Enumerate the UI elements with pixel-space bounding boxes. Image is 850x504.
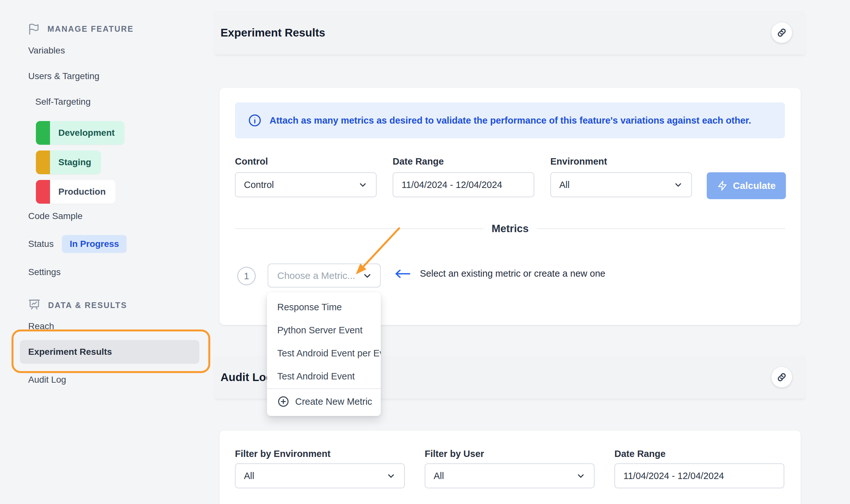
manage-feature-section-header: MANAGE FEATURE	[28, 22, 134, 35]
flag-icon	[28, 22, 40, 35]
control-select[interactable]: Control	[235, 172, 377, 197]
metrics-section-divider: Metrics	[235, 222, 785, 235]
experiment-setup-card: Attach as many metrics as desired to val…	[220, 88, 801, 325]
filter-environment-select[interactable]: All	[235, 463, 405, 488]
choose-metric-placeholder: Choose a Metric...	[268, 270, 355, 281]
choose-metric-select[interactable]: Choose a Metric...	[267, 264, 381, 288]
calculate-button[interactable]: Calculate	[707, 172, 786, 199]
environment-color-bar	[36, 150, 50, 174]
environment-select[interactable]: All	[550, 172, 692, 197]
environment-badge-development[interactable]: Development	[36, 121, 124, 145]
environment-color-bar	[36, 180, 50, 204]
status-badge: In Progress	[62, 235, 127, 253]
experiment-results-label: Experiment Results	[20, 347, 112, 357]
sidebar-item-experiment-results[interactable]: Experiment Results	[20, 340, 200, 364]
sidebar-item-audit-log[interactable]: Audit Log	[28, 375, 66, 385]
environment-color-bar	[36, 121, 50, 145]
environment-label: Environment	[550, 156, 607, 167]
status-label[interactable]: Status	[28, 239, 53, 249]
date-range-value: 11/04/2024 - 12/04/2024	[393, 180, 502, 190]
environment-badge-label: Staging	[50, 157, 101, 167]
link-icon	[776, 27, 787, 38]
info-banner: Attach as many metrics as desired to val…	[235, 103, 785, 138]
filter-environment-label: Filter by Environment	[235, 449, 330, 459]
data-results-section-header: DATA & RESULTS	[28, 299, 127, 312]
page-title: Experiment Results	[221, 26, 325, 39]
sidebar-item-reach[interactable]: Reach	[28, 321, 54, 331]
create-new-metric-label: Create New Metric	[295, 396, 372, 407]
lightning-icon	[717, 180, 728, 191]
metric-row-number: 1	[237, 267, 256, 285]
filter-user-value: All	[425, 471, 444, 481]
experiment-results-header-band: Experiment Results	[214, 11, 805, 54]
metric-option-test-android-event[interactable]: Test Android Event	[267, 365, 381, 388]
info-banner-text: Attach as many metrics as desired to val…	[270, 115, 751, 126]
filter-user-select[interactable]: All	[425, 463, 594, 488]
audit-log-title: Audit Log	[221, 371, 273, 383]
audit-log-filters-card: Filter by Environment All Filter by User…	[220, 431, 801, 504]
sidebar-item-users-targeting[interactable]: Users & Targeting	[28, 71, 99, 81]
chevron-down-icon	[362, 271, 372, 281]
sidebar-item-code-sample[interactable]: Code Sample	[28, 211, 83, 221]
control-select-value: Control	[236, 180, 274, 190]
audit-date-range-input[interactable]: 11/04/2024 - 12/04/2024	[614, 463, 784, 488]
feature-sidebar: MANAGE FEATURE Variables Users & Targeti…	[0, 0, 214, 504]
link-icon	[776, 372, 787, 383]
control-label: Control	[235, 156, 268, 167]
metric-option-python-server-event[interactable]: Python Server Event	[267, 319, 381, 342]
filter-environment-value: All	[236, 471, 254, 481]
create-new-metric-option[interactable]: Create New Metric	[267, 390, 381, 413]
chevron-down-icon	[350, 180, 368, 190]
manage-feature-label: MANAGE FEATURE	[48, 24, 134, 34]
chevron-down-icon	[568, 471, 586, 481]
sidebar-item-variables[interactable]: Variables	[28, 46, 65, 56]
date-range-input[interactable]: 11/04/2024 - 12/04/2024	[393, 172, 534, 197]
info-icon	[248, 113, 262, 127]
copy-link-button[interactable]	[771, 367, 792, 388]
environment-badge-staging[interactable]: Staging	[36, 150, 101, 174]
sidebar-status-row: Status In Progress	[28, 235, 127, 253]
chevron-down-icon	[665, 180, 683, 190]
presentation-chart-icon	[28, 299, 41, 312]
plus-circle-icon	[277, 395, 290, 408]
metric-hint: Select an existing metric or create a ne…	[394, 268, 605, 279]
metric-hint-text: Select an existing metric or create a ne…	[420, 268, 605, 279]
left-arrow-icon	[394, 269, 412, 279]
filter-user-label: Filter by User	[425, 449, 484, 459]
metric-option-response-time[interactable]: Response Time	[267, 295, 381, 319]
audit-date-range-label: Date Range	[614, 449, 666, 459]
environment-badge-label: Production	[50, 187, 116, 197]
calculate-label: Calculate	[733, 180, 776, 191]
copy-link-button[interactable]	[771, 22, 792, 43]
chevron-down-icon	[378, 471, 396, 481]
divider-line	[537, 228, 785, 229]
date-range-label: Date Range	[393, 156, 444, 167]
metric-option-test-android-event-per-event[interactable]: Test Android Event per Ev	[267, 342, 381, 365]
dropdown-divider	[267, 389, 381, 389]
environment-badge-label: Development	[50, 128, 124, 138]
audit-date-range-value: 11/04/2024 - 12/04/2024	[615, 471, 724, 481]
sidebar-item-settings[interactable]: Settings	[28, 267, 60, 277]
environment-badge-production[interactable]: Production	[36, 180, 116, 204]
environment-select-value: All	[551, 180, 570, 190]
data-results-label: DATA & RESULTS	[48, 301, 127, 310]
metrics-heading: Metrics	[492, 222, 529, 235]
metric-dropdown-menu: Response Time Python Server Event Test A…	[267, 292, 381, 416]
sidebar-item-self-targeting[interactable]: Self-Targeting	[35, 97, 91, 107]
divider-line	[235, 228, 483, 229]
